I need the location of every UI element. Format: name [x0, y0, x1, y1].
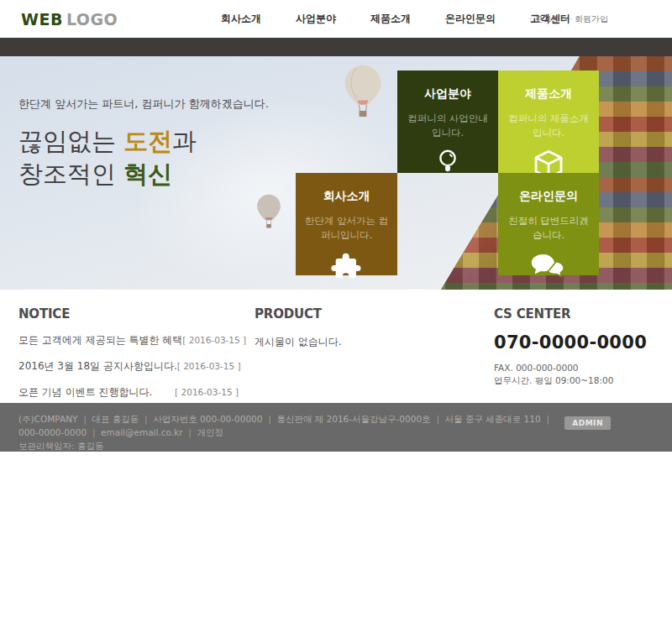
footer-company-info: (주)COMPANY ｜ 대표 홍길동 ｜ 사업자번호 000-00-00000… [18, 412, 564, 452]
product-heading: PRODUCT [255, 306, 448, 322]
logo-text-web: WEB [21, 10, 63, 29]
chat-bubbles-icon [498, 250, 599, 285]
tile-description: 컴퍼니의 제품소개 입니다. [507, 112, 591, 140]
product-empty-message: 게시물이 없습니다. [255, 335, 448, 349]
tile-business-area[interactable]: 사업분야 컴퍼니의 사업안내 입니다. [397, 71, 498, 173]
bullet-icon: · [529, 15, 532, 24]
signup-link[interactable]: ·회원가입 [570, 13, 608, 25]
page: WEBLOGO 회사소개 사업분야 제품소개 온라인문의 고객센터 ·로그인 ·… [0, 0, 672, 617]
login-link[interactable]: ·로그인 [529, 13, 559, 25]
signup-label: 회원가입 [575, 14, 608, 24]
cs-center-heading: CS CENTER [494, 306, 662, 322]
nav-item-business[interactable]: 사업분야 [296, 12, 336, 26]
notice-item-date: [ 2016-03-15 ] [182, 335, 246, 345]
notice-item-date: [ 2016-03-15 ] [177, 361, 241, 371]
nav-item-company[interactable]: 회사소개 [221, 12, 261, 26]
nav-item-inquiry[interactable]: 온라인문의 [445, 12, 496, 26]
tile-description: 컴퍼니의 사업안내 입니다. [406, 112, 490, 140]
notice-heading: NOTICE [18, 306, 239, 322]
site-logo[interactable]: WEBLOGO [21, 10, 118, 29]
hero-headline-line2: 창조적인 혁신 [18, 158, 269, 191]
product-section: PRODUCT 게시물이 없습니다. [255, 306, 448, 349]
auth-links: ·로그인 ·회원가입 [529, 0, 608, 38]
nav-item-product[interactable]: 제품소개 [370, 12, 411, 26]
main-nav: 회사소개 사업분야 제품소개 온라인문의 고객센터 [221, 0, 570, 38]
admin-button[interactable]: ADMIN [564, 416, 611, 430]
notice-item[interactable]: 모든 고객에게 제공되는 특별한 혜택 [ 2016-03-15 ] [18, 333, 239, 348]
hero-copy: 한단계 앞서가는 파트너, 컴퍼니가 함께하겠습니다. 끊임없는 도전과 창조적… [18, 97, 269, 191]
notice-item-date: [ 2016-03-15 ] [175, 387, 239, 397]
tile-company-intro[interactable]: 회사소개 한단계 앞서가는 컴퍼니입니다. [296, 173, 397, 275]
hero-headline-line1: 끊임없는 도전과 [18, 125, 269, 158]
cs-fax-number: FAX. 000-000-0000 [494, 363, 662, 373]
tile-product-intro[interactable]: 제품소개 컴퍼니의 제품소개 입니다. [498, 71, 599, 173]
headline1-tail: 과 [172, 127, 197, 155]
content-row: NOTICE 모든 고객에게 제공되는 특별한 혜택 [ 2016-03-15 … [0, 290, 672, 403]
tile-online-inquiry[interactable]: 온라인문의 친절히 답변드리겠 습니다. [498, 173, 599, 275]
tile-title: 온라인문의 [498, 189, 599, 204]
header: WEBLOGO 회사소개 사업분야 제품소개 온라인문의 고객센터 ·로그인 ·… [0, 0, 672, 38]
headline1-accent: 도전 [123, 127, 172, 155]
headline2-accent: 혁신 [123, 159, 172, 188]
headline2-normal: 창조적인 [18, 159, 123, 188]
notice-section: NOTICE 모든 고객에게 제공되는 특별한 혜택 [ 2016-03-15 … [18, 306, 239, 400]
hero-tagline: 한단계 앞서가는 파트너, 컴퍼니가 함께하겠습니다. [18, 97, 269, 112]
top-dark-strip [0, 38, 672, 56]
tile-description: 친절히 답변드리겠 습니다. [507, 214, 591, 243]
cs-phone-number: 070-0000-0000 [494, 332, 662, 353]
notice-item-text: 모든 고객에게 제공되는 특별한 혜택 [18, 333, 182, 348]
footer: (주)COMPANY ｜ 대표 홍길동 ｜ 사업자번호 000-00-00000… [0, 403, 672, 452]
login-label: 로그인 [534, 14, 559, 24]
notice-item-text: 오픈 기념 이벤트 진행합니다. [18, 385, 152, 400]
tile-title: 회사소개 [296, 189, 397, 204]
small-balloon-image [254, 193, 284, 237]
lightbulb-icon [397, 148, 498, 180]
footer-info-line1: (주)COMPANY ｜ 대표 홍길동 ｜ 사업자번호 000-00-00000… [18, 412, 564, 439]
tile-title: 제품소개 [498, 86, 599, 102]
headline1-normal: 끊임없는 [18, 127, 123, 155]
cs-business-hours: 업무시간. 평일 09:00~18:00 [494, 375, 662, 387]
notice-item[interactable]: 2016년 3월 18일 공지사항입니다. [ 2016-03-15 ] [18, 359, 239, 374]
hero-banner: 한단계 앞서가는 파트너, 컴퍼니가 함께하겠습니다. 끊임없는 도전과 창조적… [0, 56, 672, 290]
bullet-icon: · [570, 15, 572, 24]
cs-center-section: CS CENTER 070-0000-0000 FAX. 000-000-000… [494, 306, 662, 387]
footer-info-line2: 보관리책임자: 홍길동 [18, 439, 564, 452]
logo-text-logo: LOGO [66, 10, 118, 29]
notice-item[interactable]: 오픈 기념 이벤트 진행합니다. [ 2016-03-15 ] [18, 385, 239, 400]
tile-title: 사업분야 [397, 86, 498, 102]
puzzle-icon [296, 250, 397, 287]
small-balloon-image [339, 63, 387, 130]
tile-description: 한단계 앞서가는 컴퍼니입니다. [304, 214, 389, 243]
notice-item-text: 2016년 3월 18일 공지사항입니다. [18, 359, 177, 374]
